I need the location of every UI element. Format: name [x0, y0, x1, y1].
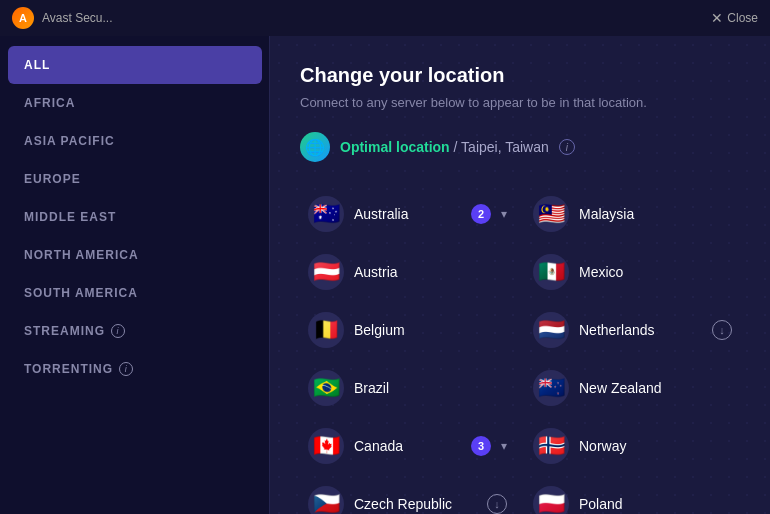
optimal-info-icon[interactable]: i — [559, 139, 575, 155]
sidebar-item-all[interactable]: ALL — [8, 46, 262, 84]
country-flag: 🇲🇽 — [533, 254, 569, 290]
country-name: Australia — [354, 206, 461, 222]
server-count-badge: 3 — [471, 436, 491, 456]
country-name: Poland — [579, 496, 732, 512]
country-flag: 🇧🇪 — [308, 312, 344, 348]
page-title: Change your location — [300, 64, 740, 87]
sidebar-item-middle-east[interactable]: MIDDLE EAST — [0, 198, 270, 236]
sidebar-item-torrenting[interactable]: TORRENTING i — [0, 350, 270, 388]
download-icon[interactable]: ↓ — [712, 320, 732, 340]
sidebar-item-streaming[interactable]: STREAMING i — [0, 312, 270, 350]
country-name: Mexico — [579, 264, 732, 280]
close-label: Close — [727, 11, 758, 25]
sidebar-item-south-america[interactable]: SOUTH AMERICA — [0, 274, 270, 312]
country-flag: 🇨🇿 — [308, 486, 344, 514]
close-x-icon: ✕ — [711, 10, 723, 26]
page-subtitle: Connect to any server below to appear to… — [300, 95, 740, 110]
sidebar-item-asia-pacific[interactable]: ASIA PACIFIC — [0, 122, 270, 160]
optimal-text: Optimal location / Taipei, Taiwan — [340, 139, 549, 155]
close-button[interactable]: ✕ Close — [711, 10, 758, 26]
country-grid: 🇦🇺 Australia 2 ▾ 🇲🇾 Malaysia 🇦🇹 Austria … — [300, 186, 740, 514]
optimal-location-text: / Taipei, Taiwan — [454, 139, 549, 155]
country-item[interactable]: 🇳🇴 Norway — [525, 418, 740, 474]
server-count-badge: 2 — [471, 204, 491, 224]
country-flag: 🇲🇾 — [533, 196, 569, 232]
torrenting-info-icon: i — [119, 362, 133, 376]
country-name: Brazil — [354, 380, 507, 396]
chevron-down-icon: ▾ — [501, 439, 507, 453]
country-flag: 🇦🇹 — [308, 254, 344, 290]
optimal-label: Optimal location — [340, 139, 450, 155]
country-name: New Zealand — [579, 380, 732, 396]
download-icon[interactable]: ↓ — [487, 494, 507, 514]
country-item[interactable]: 🇲🇾 Malaysia — [525, 186, 740, 242]
sidebar-item-africa[interactable]: AFRICA — [0, 84, 270, 122]
country-flag: 🇵🇱 — [533, 486, 569, 514]
country-name: Netherlands — [579, 322, 702, 338]
country-item[interactable]: 🇧🇪 Belgium — [300, 302, 515, 358]
country-name: Canada — [354, 438, 461, 454]
sidebar-item-north-america[interactable]: NORTH AMERICA — [0, 236, 270, 274]
country-item[interactable]: 🇨🇿 Czech Republic ↓ — [300, 476, 515, 514]
country-item[interactable]: 🇲🇽 Mexico — [525, 244, 740, 300]
country-item[interactable]: 🇳🇱 Netherlands ↓ — [525, 302, 740, 358]
country-item[interactable]: 🇵🇱 Poland — [525, 476, 740, 514]
optimal-icon: 🌐 — [300, 132, 330, 162]
country-flag: 🇧🇷 — [308, 370, 344, 406]
app-logo: A — [12, 7, 34, 29]
country-flag: 🇨🇦 — [308, 428, 344, 464]
country-name: Czech Republic — [354, 496, 477, 512]
main-layout: ALL AFRICA ASIA PACIFIC EUROPE MIDDLE EA… — [0, 36, 770, 514]
title-bar: A Avast Secu... ✕ Close — [0, 0, 770, 36]
country-flag: 🇳🇿 — [533, 370, 569, 406]
country-flag: 🇳🇱 — [533, 312, 569, 348]
app-name: Avast Secu... — [42, 11, 703, 25]
country-item[interactable]: 🇳🇿 New Zealand — [525, 360, 740, 416]
chevron-down-icon: ▾ — [501, 207, 507, 221]
country-name: Austria — [354, 264, 507, 280]
sidebar: ALL AFRICA ASIA PACIFIC EUROPE MIDDLE EA… — [0, 36, 270, 514]
country-flag: 🇦🇺 — [308, 196, 344, 232]
country-name: Belgium — [354, 322, 507, 338]
country-item[interactable]: 🇧🇷 Brazil — [300, 360, 515, 416]
country-item[interactable]: 🇦🇹 Austria — [300, 244, 515, 300]
country-flag: 🇳🇴 — [533, 428, 569, 464]
optimal-location[interactable]: 🌐 Optimal location / Taipei, Taiwan i — [300, 132, 740, 162]
content-area: Change your location Connect to any serv… — [270, 36, 770, 514]
country-name: Norway — [579, 438, 732, 454]
country-item[interactable]: 🇦🇺 Australia 2 ▾ — [300, 186, 515, 242]
country-item[interactable]: 🇨🇦 Canada 3 ▾ — [300, 418, 515, 474]
streaming-info-icon: i — [111, 324, 125, 338]
country-name: Malaysia — [579, 206, 732, 222]
sidebar-item-europe[interactable]: EUROPE — [0, 160, 270, 198]
